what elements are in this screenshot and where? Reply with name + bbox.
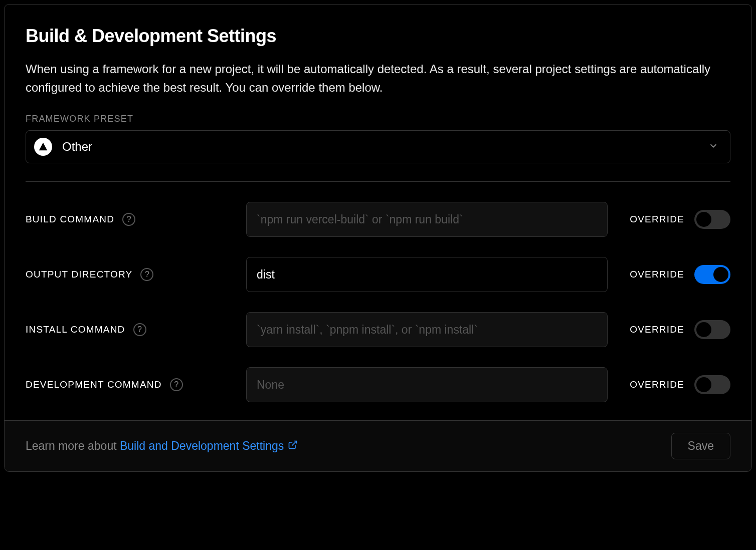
output-directory-label: OUTPUT DIRECTORY <box>26 269 132 280</box>
framework-preset-select[interactable]: Other <box>26 130 730 163</box>
override-label: OVERRIDE <box>630 214 684 225</box>
docs-link-text: Build and Development Settings <box>120 439 284 453</box>
panel-body: Build & Development Settings When using … <box>5 5 751 420</box>
divider <box>26 181 730 182</box>
help-icon[interactable]: ? <box>122 213 135 226</box>
footer-prefix: Learn more about <box>26 439 120 452</box>
override-label: OVERRIDE <box>630 379 684 390</box>
build-command-input[interactable] <box>246 202 608 237</box>
triangle-icon <box>34 138 52 156</box>
output-directory-input[interactable] <box>246 257 608 292</box>
development-command-label: DEVELOPMENT COMMAND <box>26 379 162 390</box>
install-command-row: INSTALL COMMAND ? OVERRIDE <box>26 312 730 347</box>
override-label: OVERRIDE <box>630 269 684 280</box>
svg-line-0 <box>292 441 297 446</box>
install-command-label: INSTALL COMMAND <box>26 324 125 335</box>
page-title: Build & Development Settings <box>26 26 730 47</box>
build-command-row: BUILD COMMAND ? OVERRIDE <box>26 202 730 237</box>
build-command-override-toggle[interactable] <box>694 210 730 229</box>
override-label: OVERRIDE <box>630 324 684 335</box>
output-directory-override-toggle[interactable] <box>694 265 730 284</box>
settings-description: When using a framework for a new project… <box>26 60 730 97</box>
development-command-override-toggle[interactable] <box>694 375 730 394</box>
framework-preset-value: Other <box>62 140 92 154</box>
output-directory-row: OUTPUT DIRECTORY ? OVERRIDE <box>26 257 730 292</box>
help-icon[interactable]: ? <box>170 378 183 391</box>
footer-text: Learn more about Build and Development S… <box>26 439 298 453</box>
panel-footer: Learn more about Build and Development S… <box>5 420 751 471</box>
external-link-icon <box>288 439 298 453</box>
settings-panel: Build & Development Settings When using … <box>4 4 752 472</box>
save-button[interactable]: Save <box>671 433 730 459</box>
chevron-down-icon <box>708 140 719 153</box>
framework-preset-label: FRAMEWORK PRESET <box>26 114 730 124</box>
help-icon[interactable]: ? <box>140 268 153 281</box>
docs-link[interactable]: Build and Development Settings <box>120 439 298 453</box>
install-command-override-toggle[interactable] <box>694 320 730 339</box>
development-command-input[interactable] <box>246 367 608 402</box>
build-command-label: BUILD COMMAND <box>26 214 114 225</box>
development-command-row: DEVELOPMENT COMMAND ? OVERRIDE <box>26 367 730 402</box>
help-icon[interactable]: ? <box>133 323 146 336</box>
install-command-input[interactable] <box>246 312 608 347</box>
